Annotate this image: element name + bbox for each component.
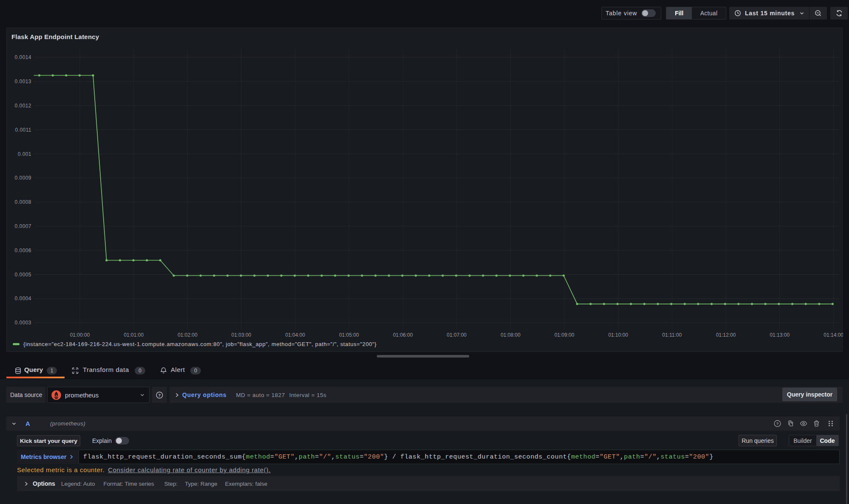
svg-text:0.0009: 0.0009 — [15, 175, 31, 181]
svg-text:0.001: 0.001 — [18, 151, 31, 157]
svg-text:01:11:00: 01:11:00 — [662, 332, 682, 338]
svg-text:0.0007: 0.0007 — [15, 223, 31, 229]
svg-text:01:13:00: 01:13:00 — [770, 332, 790, 338]
svg-text:?: ? — [776, 421, 779, 426]
svg-text:0.0011: 0.0011 — [15, 127, 31, 133]
svg-text:01:01:00: 01:01:00 — [124, 332, 144, 338]
svg-text:?: ? — [158, 393, 161, 397]
svg-text:01:04:00: 01:04:00 — [285, 332, 305, 338]
svg-text:0.0003: 0.0003 — [15, 320, 31, 326]
svg-text:01:09:00: 01:09:00 — [554, 332, 574, 338]
svg-text:01:02:00: 01:02:00 — [178, 332, 197, 338]
svg-text:01:00:00: 01:00:00 — [70, 332, 90, 338]
svg-text:0.0008: 0.0008 — [15, 199, 31, 205]
svg-text:01:05:00: 01:05:00 — [339, 332, 359, 338]
svg-text:0.0014: 0.0014 — [15, 54, 31, 60]
svg-text:0.0006: 0.0006 — [15, 248, 31, 253]
svg-text:01:10:00: 01:10:00 — [608, 332, 628, 338]
svg-text:01:07:00: 01:07:00 — [447, 332, 467, 338]
svg-text:01:12:00: 01:12:00 — [716, 332, 736, 338]
svg-text:01:14:00: 01:14:00 — [824, 332, 843, 338]
svg-text:01:03:00: 01:03:00 — [231, 332, 251, 338]
svg-text:0.0004: 0.0004 — [15, 296, 31, 301]
svg-text:01:08:00: 01:08:00 — [501, 332, 521, 338]
svg-text:0.0012: 0.0012 — [15, 103, 31, 109]
svg-text:0.0005: 0.0005 — [15, 272, 31, 278]
svg-text:0.0013: 0.0013 — [15, 79, 31, 84]
svg-text:01:06:00: 01:06:00 — [393, 332, 413, 338]
